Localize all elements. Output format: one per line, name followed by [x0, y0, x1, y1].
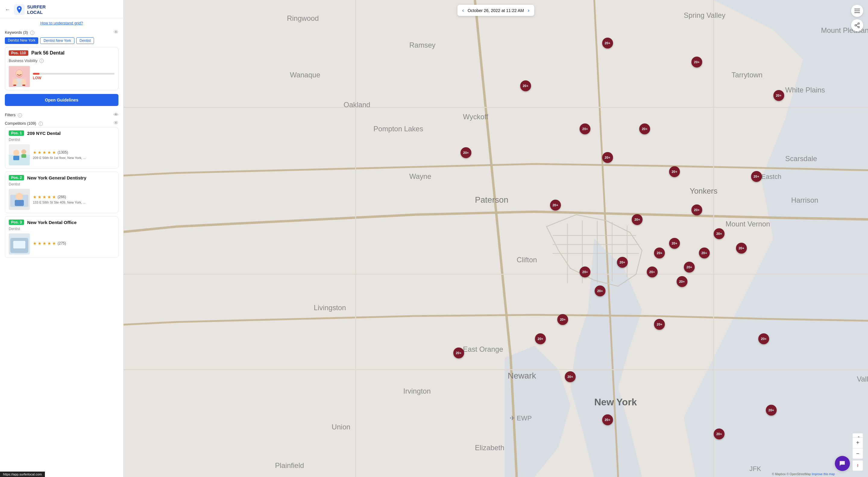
svg-text:Union: Union — [332, 423, 350, 431]
svg-text:Ringwood: Ringwood — [287, 14, 319, 22]
map-marker-6[interactable]: 20+ — [461, 147, 471, 158]
map-marker-0[interactable]: 20+ — [602, 38, 613, 48]
map-prev-button[interactable]: ‹ — [462, 7, 465, 13]
map-marker-8[interactable]: 20+ — [602, 152, 613, 163]
filters-label-row: Filters i — [5, 112, 22, 117]
map-marker-25[interactable]: 20+ — [758, 333, 769, 344]
competitor-1-pos: Pos. 2 — [9, 175, 24, 180]
svg-text:Wyckoff: Wyckoff — [463, 113, 488, 121]
competitors-row: Competitors (109) i 👁 — [0, 118, 123, 127]
map-marker-26[interactable]: 20+ — [453, 347, 464, 359]
business-visibility-info-icon[interactable]: i — [39, 59, 44, 63]
competitor-0-thumbnail — [9, 144, 30, 165]
competitor-0-header: Pos. 1 209 NYC Dental — [5, 127, 118, 138]
competitor-0-address: 209 E 56th St 1st floor, New York, ... — [33, 156, 115, 160]
map-marker-12[interactable]: 20+ — [632, 214, 643, 225]
competitors-info-icon[interactable]: i — [38, 122, 43, 126]
svg-text:✈ EWP: ✈ EWP — [510, 414, 532, 422]
map-next-button[interactable]: › — [527, 7, 530, 13]
map-marker-17[interactable]: 20+ — [647, 267, 658, 277]
svg-text:Eastch: Eastch — [761, 173, 781, 180]
keywords-eye-icon[interactable]: 👁 — [114, 30, 119, 35]
map-background: Spring Valley Mount Pleasant Tarrytown W… — [124, 0, 868, 477]
svg-text:Plainfield: Plainfield — [275, 461, 304, 470]
competitor-1-body: ★ ★ ★ ★ ★ (266) 133 E 58th St Ste 409, N… — [5, 188, 118, 213]
map-marker-9[interactable]: 20+ — [751, 171, 762, 182]
map-area[interactable]: Spring Valley Mount Pleasant Tarrytown W… — [124, 0, 868, 477]
map-marker-16[interactable]: 20+ — [617, 257, 628, 268]
filters-info-icon[interactable]: i — [18, 113, 22, 117]
keyword-tag-2[interactable]: Dentist — [76, 37, 94, 44]
map-marker-27[interactable]: 20+ — [565, 371, 576, 382]
map-share-button[interactable] — [851, 19, 863, 31]
chat-button[interactable] — [835, 456, 850, 471]
map-marker-30[interactable]: 20+ — [714, 429, 724, 439]
svg-point-11 — [13, 150, 19, 156]
competitor-card-1[interactable]: Pos. 2 New York General Dentistry Dentis… — [5, 172, 119, 213]
competitor-0-reviews: (1305) — [58, 150, 68, 155]
surfer-local-logo-icon — [14, 4, 25, 15]
keywords-info-icon[interactable]: i — [30, 31, 34, 35]
competitor-1-type: Dentist — [5, 182, 118, 188]
svg-rect-14 — [22, 154, 26, 158]
competitor-2-stars: ★ ★ ★ ★ ★ (275) — [33, 241, 115, 246]
competitor-card-0[interactable]: Pos. 1 209 NYC Dental Dentist — [5, 127, 119, 169]
back-button[interactable]: ← — [5, 7, 10, 13]
svg-text:Paterson: Paterson — [475, 195, 508, 204]
open-guidelines-button[interactable]: Open Guidelines — [5, 94, 119, 106]
zoom-in-button[interactable]: + — [852, 437, 863, 448]
svg-text:Scarsdale: Scarsdale — [785, 155, 817, 163]
competitors-label: Competitors (109) — [5, 121, 36, 126]
filters-label: Filters — [5, 113, 16, 117]
map-marker-20[interactable]: 20+ — [580, 267, 590, 277]
filters-eye-icon[interactable]: 👁 — [114, 112, 119, 117]
competitor-0-thumb-svg — [9, 144, 30, 165]
map-compass-button[interactable] — [852, 460, 863, 471]
improve-map-link[interactable]: Improve this map — [812, 473, 835, 476]
map-marker-18[interactable]: 20+ — [684, 262, 695, 273]
map-marker-22[interactable]: 20+ — [557, 314, 568, 325]
map-marker-19[interactable]: 20+ — [699, 247, 710, 259]
map-date-label: October 26, 2022 at 11:22 AM — [468, 8, 524, 13]
status-url: https://app.surferlocal.com — [3, 473, 42, 476]
map-menu-button[interactable] — [851, 5, 863, 17]
map-marker-5[interactable]: 20+ — [639, 124, 650, 134]
map-marker-1[interactable]: 20+ — [691, 57, 702, 67]
competitor-2-info: ★ ★ ★ ★ ★ (275) — [33, 233, 115, 254]
svg-rect-8 — [22, 84, 25, 86]
map-marker-14[interactable]: 20+ — [669, 238, 680, 249]
how-to-link[interactable]: How to understand grid? — [0, 19, 123, 28]
zoom-out-button[interactable]: − — [852, 448, 863, 459]
svg-text:JFK: JFK — [749, 465, 761, 473]
competitor-card-2[interactable]: Pos. 3 New York Dental Office Dentist ★ … — [5, 216, 119, 258]
map-marker-29[interactable]: 20+ — [602, 414, 613, 425]
map-marker-11[interactable]: 20+ — [691, 204, 702, 215]
keyword-tag-0[interactable]: Denitst New York — [5, 37, 38, 44]
map-marker-3[interactable]: 20+ — [773, 90, 784, 101]
competitor-1-thumb-svg — [9, 189, 30, 210]
map-marker-7[interactable]: 20+ — [669, 166, 680, 177]
competitors-eye-icon[interactable]: 👁 — [114, 121, 119, 126]
map-marker-15[interactable]: 20+ — [736, 243, 747, 253]
map-marker-10[interactable]: 20+ — [550, 200, 561, 210]
map-marker-23[interactable]: 20+ — [654, 319, 665, 330]
keyword-tag-1[interactable]: Dentist New York — [40, 37, 74, 44]
business-visibility-label: Business Visibility — [9, 59, 37, 63]
svg-text:Mount Vernon: Mount Vernon — [725, 220, 770, 228]
svg-rect-55 — [855, 9, 860, 9]
map-marker-24[interactable]: 20+ — [535, 333, 546, 344]
map-marker-21[interactable]: 20+ — [595, 285, 606, 296]
map-marker-32[interactable]: 20+ — [677, 276, 687, 287]
svg-text:Clifton: Clifton — [517, 255, 537, 264]
svg-text:Valley Stream: Valley Stream — [857, 375, 868, 383]
map-marker-28[interactable]: 20+ — [766, 405, 777, 416]
svg-line-61 — [856, 24, 858, 25]
hamburger-icon — [855, 9, 860, 13]
map-marker-13[interactable]: 20+ — [714, 228, 724, 239]
business-thumbnail — [9, 66, 30, 87]
map-marker-31[interactable]: 20+ — [654, 247, 665, 259]
svg-text:East Orange: East Orange — [463, 345, 503, 353]
svg-text:Irvington: Irvington — [403, 387, 431, 395]
map-marker-2[interactable]: 20+ — [520, 80, 531, 91]
map-marker-4[interactable]: 20+ — [580, 124, 590, 134]
